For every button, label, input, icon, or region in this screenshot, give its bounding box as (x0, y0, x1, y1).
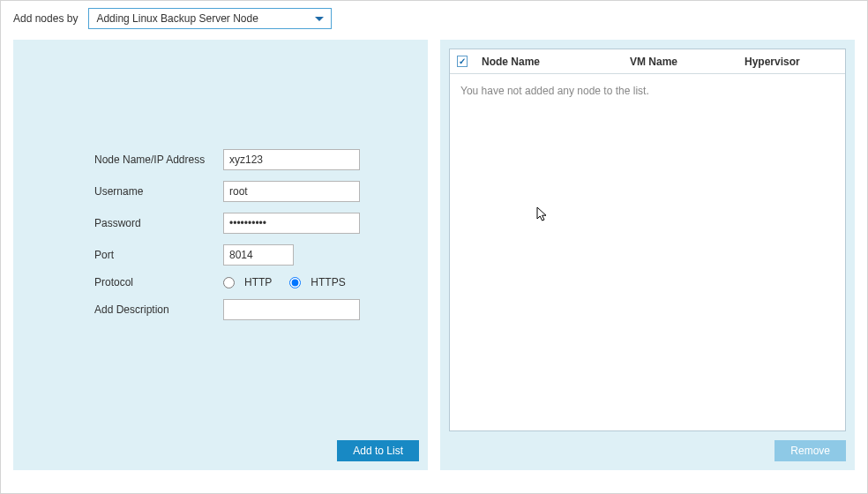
input-desc[interactable] (223, 299, 360, 320)
row-port: Port (94, 244, 360, 266)
header-checkbox[interactable]: ✓ (457, 56, 468, 67)
chevron-down-icon (315, 17, 324, 21)
radio-https[interactable] (289, 277, 301, 288)
label-desc: Add Description (94, 303, 216, 316)
add-nodes-by-label: Add nodes by (13, 12, 78, 25)
radio-http-label: HTTP (244, 276, 272, 288)
input-password[interactable] (223, 213, 360, 234)
node-type-select[interactable]: Adding Linux Backup Server Node (88, 8, 332, 29)
add-to-list-wrap: Add to List (337, 440, 419, 461)
label-username: Username (94, 185, 216, 198)
add-to-list-button[interactable]: Add to List (337, 440, 419, 461)
row-protocol: Protocol HTTP HTTPS (94, 276, 360, 288)
node-grid: ✓ Node Name VM Name Hypervisor You have … (449, 49, 846, 431)
radio-https-label: HTTPS (311, 276, 345, 288)
grid-header: ✓ Node Name VM Name Hypervisor (450, 49, 845, 74)
row-username: Username (94, 181, 360, 202)
remove-wrap: Remove (774, 440, 846, 461)
remove-button: Remove (774, 440, 846, 461)
row-node-name: Node Name/IP Address (94, 149, 360, 170)
row-password: Password (94, 213, 360, 234)
input-port[interactable] (223, 244, 294, 266)
radio-http[interactable] (223, 277, 235, 288)
label-password: Password (94, 217, 216, 229)
header-node-name[interactable]: Node Name (475, 56, 623, 68)
grid-body: You have not added any node to the list. (450, 74, 845, 430)
label-protocol: Protocol (94, 276, 216, 288)
grid-empty-text: You have not added any node to the list. (460, 85, 649, 97)
row-desc: Add Description (94, 299, 360, 320)
header-checkbox-col: ✓ (450, 56, 475, 67)
node-type-select-text: Adding Linux Backup Server Node (96, 12, 258, 25)
form-area: Node Name/IP Address Username Password P… (94, 149, 360, 320)
input-node-name[interactable] (223, 149, 360, 170)
header-hypervisor[interactable]: Hypervisor (737, 56, 845, 68)
input-username[interactable] (223, 181, 360, 202)
form-panel: Node Name/IP Address Username Password P… (13, 40, 428, 470)
label-node-name: Node Name/IP Address (94, 153, 216, 166)
protocol-radio-group: HTTP HTTPS (223, 276, 356, 288)
header-vm-name[interactable]: VM Name (623, 56, 737, 68)
panels: Node Name/IP Address Username Password P… (1, 40, 867, 483)
list-panel: ✓ Node Name VM Name Hypervisor You have … (440, 40, 855, 470)
label-port: Port (94, 249, 216, 261)
top-row: Add nodes by Adding Linux Backup Server … (1, 1, 867, 40)
